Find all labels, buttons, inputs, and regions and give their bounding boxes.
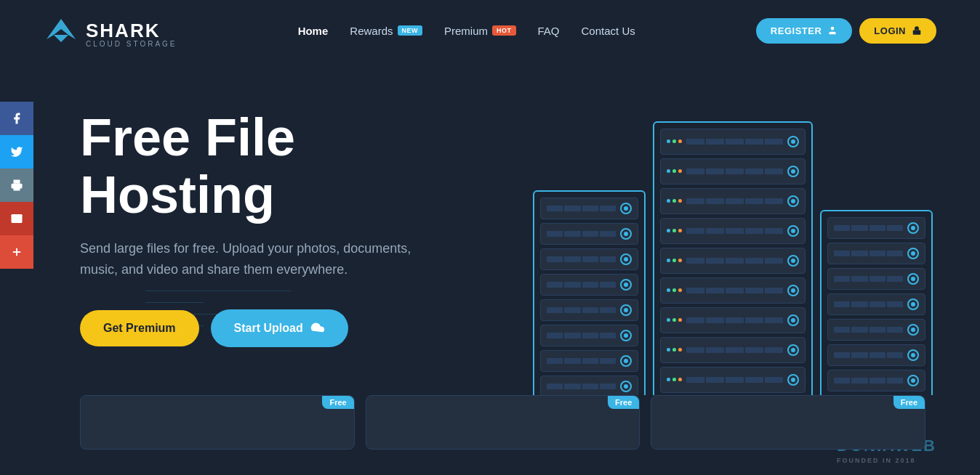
user-icon <box>827 25 838 36</box>
card-badge-3: Free <box>893 396 925 409</box>
svg-point-5 <box>831 27 835 31</box>
main-nav: Home Rewards NEW Premium HOT FAQ Contact… <box>298 25 635 37</box>
hero-subtitle: Send large files for free. Upload your p… <box>80 238 429 280</box>
server-unit <box>660 218 806 244</box>
server-unit <box>540 299 638 321</box>
server-illustration <box>486 90 980 395</box>
login-button[interactable]: LOGIN <box>859 18 936 44</box>
feature-cards-preview: Free Free Free <box>0 395 980 450</box>
feature-card-1[interactable]: Free <box>80 395 355 450</box>
server-unit <box>540 375 638 396</box>
card-badge-2: Free <box>608 396 639 409</box>
hero-section: Free File Hosting Send large files for f… <box>0 61 980 395</box>
server-rack-3 <box>820 210 933 395</box>
email-button[interactable] <box>0 202 33 235</box>
logo[interactable]: SHARK CLOUD STORAGE <box>44 13 177 48</box>
server-unit <box>827 268 925 290</box>
server-rack-2 <box>653 121 813 396</box>
server-unit <box>540 248 638 270</box>
get-premium-button[interactable]: Get Premium <box>80 310 199 346</box>
server-unit <box>827 344 925 366</box>
start-upload-button[interactable]: Start Upload <box>211 309 348 347</box>
server-unit <box>660 188 806 214</box>
register-button[interactable]: REGISTER <box>756 18 852 44</box>
server-unit <box>540 325 638 346</box>
svg-rect-0 <box>14 187 20 191</box>
logo-text: SHARK CLOUD STORAGE <box>86 21 177 48</box>
rewards-badge: NEW <box>398 25 423 36</box>
twitter-button[interactable] <box>0 135 33 169</box>
nav-premium[interactable]: Premium HOT <box>444 25 516 37</box>
server-unit <box>660 129 806 155</box>
server-unit <box>540 350 638 372</box>
server-unit <box>660 337 806 363</box>
logo-icon <box>44 13 79 48</box>
server-unit <box>660 367 806 393</box>
premium-badge: HOT <box>492 25 516 36</box>
more-share-button[interactable] <box>0 235 33 269</box>
nav-buttons: REGISTER LOGIN <box>756 18 936 44</box>
server-rack-1 <box>533 190 646 396</box>
feature-card-3[interactable]: Free <box>651 395 925 450</box>
svg-rect-6 <box>913 30 921 34</box>
nav-home[interactable]: Home <box>298 25 329 37</box>
server-unit <box>660 248 806 274</box>
server-unit <box>660 277 806 304</box>
server-unit <box>540 223 638 245</box>
hero-title: Free File Hosting <box>80 109 502 224</box>
nav-rewards[interactable]: Rewards NEW <box>350 25 422 37</box>
server-unit <box>660 158 806 184</box>
facebook-button[interactable] <box>0 102 33 135</box>
hero-buttons: Get Premium Start Upload <box>80 309 502 347</box>
server-unit <box>827 319 925 341</box>
nav-faq[interactable]: FAQ <box>538 25 560 37</box>
brand-name: SHARK <box>86 21 177 40</box>
nav-contact[interactable]: Contact Us <box>582 25 635 37</box>
server-unit <box>827 217 925 239</box>
server-unit <box>827 243 925 264</box>
brand-tagline: CLOUD STORAGE <box>86 40 177 48</box>
server-unit <box>660 307 806 333</box>
header: SHARK CLOUD STORAGE Home Rewards NEW Pre… <box>0 0 980 61</box>
social-sidebar <box>0 102 33 269</box>
print-button[interactable] <box>0 169 33 202</box>
upload-cloud-icon <box>310 321 325 336</box>
hero-content: Free File Hosting Send large files for f… <box>80 109 502 347</box>
watermark-sub: FOUNDED IN 2018 <box>837 457 936 464</box>
server-unit <box>827 293 925 315</box>
feature-card-2[interactable]: Free <box>366 395 640 450</box>
card-badge-1: Free <box>322 396 353 409</box>
server-unit <box>540 198 638 219</box>
server-unit <box>540 274 638 296</box>
lock-icon <box>912 25 922 36</box>
server-unit <box>827 370 925 391</box>
